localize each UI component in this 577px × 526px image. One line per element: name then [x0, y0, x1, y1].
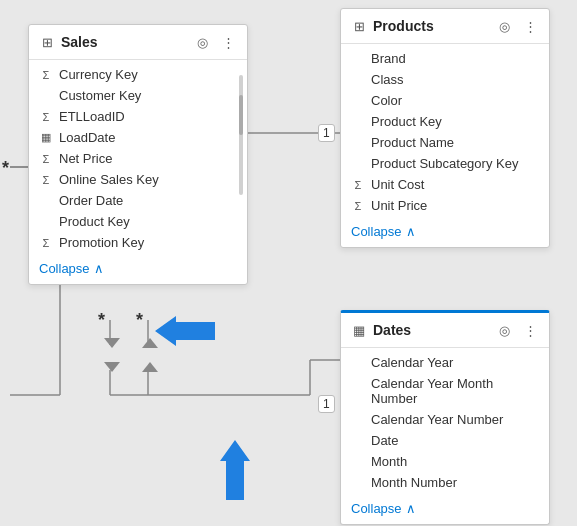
- row-label: Color: [371, 93, 537, 108]
- empty-icon: [39, 89, 53, 103]
- empty-icon: [351, 136, 365, 150]
- row-label: Month: [371, 454, 537, 469]
- chevron-up-icon: ∧: [406, 224, 416, 239]
- table-row[interactable]: Σ Promotion Key: [29, 232, 247, 253]
- sales-table-icon: ⊞: [39, 34, 55, 50]
- row-label: Product Subcategory Key: [371, 156, 537, 171]
- cardinality-1-dates: 1: [318, 395, 335, 413]
- table-row[interactable]: Product Subcategory Key: [341, 153, 549, 174]
- cardinality-1-products: 1: [318, 124, 335, 142]
- empty-icon: [351, 434, 365, 448]
- table-row[interactable]: Product Key: [341, 111, 549, 132]
- table-row[interactable]: Customer Key: [29, 85, 247, 106]
- sigma-icon: Σ: [39, 68, 53, 82]
- dates-more-icon[interactable]: ⋮: [521, 321, 539, 339]
- sales-eye-icon[interactable]: ◎: [193, 33, 211, 51]
- table-row[interactable]: Order Date: [29, 190, 247, 211]
- empty-icon: [351, 52, 365, 66]
- sales-more-icon[interactable]: ⋮: [219, 33, 237, 51]
- empty-icon: [351, 413, 365, 427]
- table-row[interactable]: Color: [341, 90, 549, 111]
- empty-icon: [39, 194, 53, 208]
- chevron-up-icon: ∧: [406, 501, 416, 516]
- blue-arrow-up: [220, 440, 250, 500]
- up-arrow-right: [142, 338, 158, 348]
- empty-icon: [351, 115, 365, 129]
- dates-eye-icon[interactable]: ◎: [495, 321, 513, 339]
- empty-icon: [351, 356, 365, 370]
- table-row[interactable]: Σ Unit Cost: [341, 174, 549, 195]
- products-collapse-link[interactable]: Collapse ∧: [341, 220, 549, 247]
- row-label: Promotion Key: [59, 235, 235, 250]
- table-row[interactable]: Month Number: [341, 472, 549, 493]
- sigma-icon: Σ: [39, 173, 53, 187]
- row-label: Customer Key: [59, 88, 235, 103]
- products-more-icon[interactable]: ⋮: [521, 17, 539, 35]
- up-arrow-right-2: [142, 362, 158, 372]
- cardinality-star-left: *: [2, 158, 9, 179]
- sales-rows: Σ Currency Key Customer Key Σ ETLLoadID …: [29, 60, 247, 257]
- down-arrow-left: [104, 338, 120, 348]
- row-label: Order Date: [59, 193, 235, 208]
- table-row[interactable]: Brand: [341, 48, 549, 69]
- products-table-title: Products: [373, 18, 489, 34]
- empty-icon: [351, 384, 365, 398]
- dates-table-header: ▦ Dates ◎ ⋮: [341, 313, 549, 348]
- table-row[interactable]: Product Name: [341, 132, 549, 153]
- table-row[interactable]: Calendar Year Number: [341, 409, 549, 430]
- row-label: Currency Key: [59, 67, 235, 82]
- dates-table-title: Dates: [373, 322, 489, 338]
- products-rows: Brand Class Color Product Key Product Na…: [341, 44, 549, 220]
- table-row[interactable]: Σ Net Price: [29, 148, 247, 169]
- row-label: Product Name: [371, 135, 537, 150]
- empty-icon: [351, 73, 365, 87]
- row-label: LoadDate: [59, 130, 235, 145]
- sales-table: ⊞ Sales ◎ ⋮ Σ Currency Key Customer Key …: [28, 24, 248, 285]
- cardinality-star-bottom-right: *: [136, 310, 143, 331]
- scrollbar[interactable]: [239, 75, 243, 195]
- table-row[interactable]: Class: [341, 69, 549, 90]
- table-row[interactable]: Σ Currency Key: [29, 64, 247, 85]
- empty-icon: [351, 455, 365, 469]
- row-label: Calendar Year: [371, 355, 537, 370]
- products-table-icon: ⊞: [351, 18, 367, 34]
- table-row[interactable]: Σ ETLLoadID: [29, 106, 247, 127]
- products-table: ⊞ Products ◎ ⋮ Brand Class Color Product…: [340, 8, 550, 248]
- scrollbar-thumb[interactable]: [239, 95, 243, 135]
- collapse-label: Collapse: [39, 261, 90, 276]
- table-row[interactable]: Month: [341, 451, 549, 472]
- row-label: Product Key: [59, 214, 235, 229]
- collapse-label: Collapse: [351, 501, 402, 516]
- row-label: Calendar Year Month Number: [371, 376, 537, 406]
- table-row[interactable]: Σ Unit Price: [341, 195, 549, 216]
- row-label: Online Sales Key: [59, 172, 235, 187]
- dates-table-icon: ▦: [351, 322, 367, 338]
- collapse-label: Collapse: [351, 224, 402, 239]
- sales-collapse-link[interactable]: Collapse ∧: [29, 257, 247, 284]
- sigma-icon: Σ: [39, 236, 53, 250]
- dates-rows: Calendar Year Calendar Year Month Number…: [341, 348, 549, 497]
- row-label: Date: [371, 433, 537, 448]
- table-row[interactable]: Calendar Year Month Number: [341, 373, 549, 409]
- chevron-up-icon: ∧: [94, 261, 104, 276]
- table-row[interactable]: Product Key: [29, 211, 247, 232]
- down-arrow-left-2: [104, 362, 120, 372]
- table-row[interactable]: Σ Online Sales Key: [29, 169, 247, 190]
- table-row[interactable]: ▦ LoadDate: [29, 127, 247, 148]
- row-label: Calendar Year Number: [371, 412, 537, 427]
- empty-icon: [351, 476, 365, 490]
- dates-table: ▦ Dates ◎ ⋮ Calendar Year Calendar Year …: [340, 310, 550, 525]
- calendar-icon: ▦: [39, 131, 53, 145]
- sigma-icon: Σ: [351, 178, 365, 192]
- row-label: Month Number: [371, 475, 537, 490]
- products-eye-icon[interactable]: ◎: [495, 17, 513, 35]
- empty-icon: [39, 215, 53, 229]
- sales-table-title: Sales: [61, 34, 187, 50]
- dates-collapse-link[interactable]: Collapse ∧: [341, 497, 549, 524]
- cardinality-star-bottom-left: *: [98, 310, 105, 331]
- table-row[interactable]: Calendar Year: [341, 352, 549, 373]
- empty-icon: [351, 94, 365, 108]
- table-row[interactable]: Date: [341, 430, 549, 451]
- blue-arrow-left: [155, 316, 215, 346]
- empty-icon: [351, 157, 365, 171]
